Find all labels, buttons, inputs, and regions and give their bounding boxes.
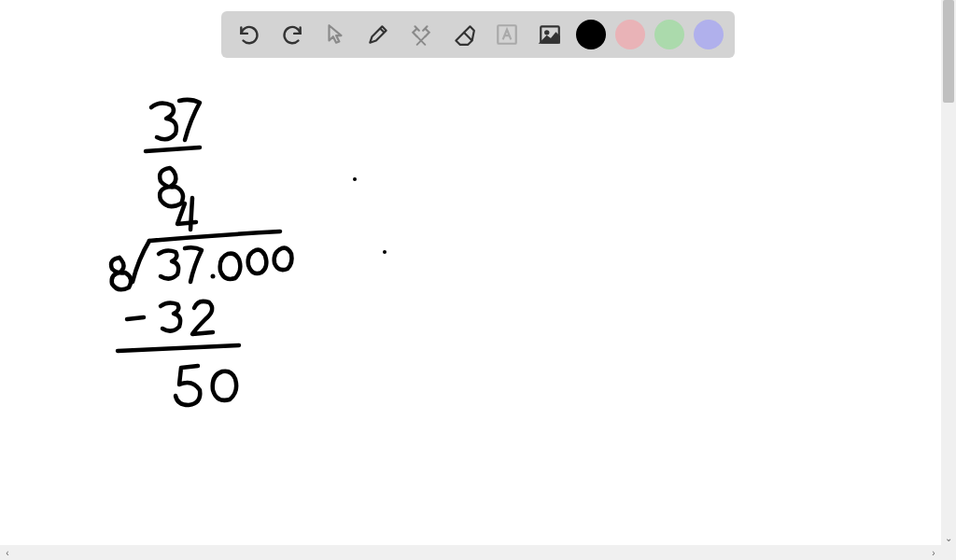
drawing-toolbar (221, 11, 735, 58)
scroll-down-arrow[interactable]: ⌄ (941, 530, 956, 545)
svg-point-0 (211, 274, 216, 279)
pen-tool-button[interactable] (361, 18, 395, 51)
vertical-scroll-thumb[interactable] (943, 0, 954, 103)
undo-icon (237, 22, 261, 47)
color-pink[interactable] (615, 20, 645, 49)
scroll-right-arrow[interactable]: › (926, 545, 941, 560)
image-icon (538, 22, 562, 47)
color-green[interactable] (654, 20, 684, 49)
image-tool-button[interactable] (533, 18, 567, 51)
eraser-tool-button[interactable] (447, 18, 481, 51)
undo-button[interactable] (232, 18, 266, 51)
handwritten-math-content (93, 75, 467, 448)
redo-icon (280, 22, 304, 47)
pen-icon (366, 22, 390, 47)
pointer-tool-button[interactable] (318, 18, 352, 51)
scrollbar-corner (941, 545, 956, 560)
vertical-scrollbar[interactable]: ⌄ (941, 0, 956, 545)
svg-point-2 (383, 250, 387, 254)
horizontal-scrollbar[interactable]: ‹ › (0, 545, 941, 560)
scroll-left-arrow[interactable]: ‹ (0, 545, 15, 560)
color-purple[interactable] (694, 20, 724, 49)
text-icon (495, 22, 519, 47)
text-tool-button[interactable] (490, 18, 524, 51)
pointer-icon (323, 22, 347, 47)
tools-button[interactable] (404, 18, 438, 51)
drawing-canvas[interactable] (0, 0, 941, 545)
color-black[interactable] (576, 20, 606, 49)
redo-button[interactable] (275, 18, 309, 51)
eraser-icon (452, 22, 476, 47)
svg-point-5 (545, 31, 548, 34)
svg-point-1 (353, 177, 357, 181)
tools-icon (409, 22, 433, 47)
